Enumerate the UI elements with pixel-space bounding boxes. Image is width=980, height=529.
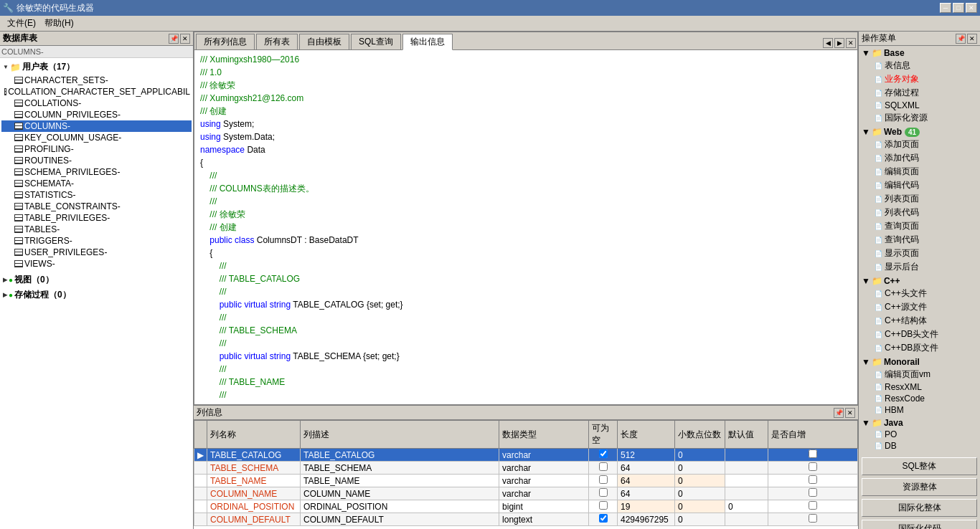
col-autoincrement[interactable]: [768, 475, 858, 487]
table-row[interactable]: COLUMN_NAMECOLUMN_NAMEvarchar640: [194, 487, 858, 500]
bottom-panel-pin[interactable]: 📌: [834, 408, 844, 418]
col-autoincrement[interactable]: [768, 513, 858, 526]
task-leaf-1-7[interactable]: 📄查询代码: [860, 233, 979, 247]
action-btn-2[interactable]: 国际化整体: [862, 499, 977, 517]
col-nullable[interactable]: [589, 475, 618, 487]
menu-file[interactable]: 文件(E): [3, 16, 40, 31]
tab-ctrl-right[interactable]: ▶: [834, 38, 844, 48]
action-btn-3[interactable]: 国际化代码: [862, 520, 977, 529]
autoincrement-checkbox[interactable]: [809, 501, 817, 510]
col-nullable[interactable]: [589, 487, 618, 500]
table-row[interactable]: COLUMN_DEFAULTCOLUMN_DEFAULTlongtext4294…: [194, 513, 858, 526]
task-leaf-2-1[interactable]: 📄C++源文件: [860, 300, 979, 314]
task-group-header-0[interactable]: ▼📁Base: [860, 47, 979, 59]
task-group-header-4[interactable]: ▼📁Java: [860, 417, 979, 429]
bottom-panel-close[interactable]: ✕: [845, 408, 855, 418]
task-leaf-3-1[interactable]: 📄ResxXML: [860, 381, 979, 393]
menu-help[interactable]: 帮助(H): [40, 16, 78, 31]
code-editor[interactable]: /// Xumingxsh1980—2016/// 1.0/// 徐敏荣/// …: [194, 50, 857, 404]
task-group-header-1[interactable]: ▼📁Web41: [860, 126, 979, 138]
tab-0[interactable]: 所有列信息: [196, 34, 255, 49]
minimize-button[interactable]: ─: [940, 3, 951, 13]
task-leaf-0-3[interactable]: 📄SQLXML: [860, 100, 979, 111]
action-btn-1[interactable]: 资源整体: [862, 478, 977, 496]
right-panel-close[interactable]: ✕: [967, 34, 977, 44]
autoincrement-checkbox[interactable]: [809, 449, 817, 458]
tree-item-13[interactable]: TABLES-: [1, 224, 192, 235]
task-leaf-3-3[interactable]: 📄HBM: [860, 404, 979, 416]
close-button[interactable]: ✕: [966, 3, 977, 13]
tree-item-0[interactable]: CHARACTER_SETS-: [1, 75, 192, 86]
task-leaf-1-9[interactable]: 📄显示后台: [860, 260, 979, 274]
tree-procedures[interactable]: ▶ ● 存储过程（0）: [1, 287, 192, 302]
left-panel-close[interactable]: ✕: [180, 34, 190, 44]
tab-2[interactable]: 自由模板: [299, 34, 349, 49]
col-nullable[interactable]: [589, 449, 618, 462]
task-leaf-2-4[interactable]: 📄C++DB原文件: [860, 341, 979, 355]
task-group-header-3[interactable]: ▼📁Monorail: [860, 356, 979, 368]
task-leaf-1-4[interactable]: 📄列表页面: [860, 192, 979, 206]
tree-root-users[interactable]: ▼ 📁 用户表（17）: [1, 59, 192, 75]
autoincrement-checkbox[interactable]: [809, 462, 817, 471]
tree-views[interactable]: ▶ ● 视图（0）: [1, 272, 192, 287]
task-leaf-1-0[interactable]: 📄添加页面: [860, 138, 979, 151]
col-autoincrement[interactable]: [768, 500, 858, 513]
task-leaf-1-1[interactable]: 📄添加代码: [860, 151, 979, 165]
tree-item-5[interactable]: KEY_COLUMN_USAGE-: [1, 132, 192, 143]
tree-item-11[interactable]: TABLE_CONSTRAINTS-: [1, 201, 192, 212]
autoincrement-checkbox[interactable]: [809, 488, 817, 497]
tree-item-2[interactable]: COLLATIONS-: [1, 97, 192, 109]
task-leaf-1-6[interactable]: 📄查询页面: [860, 219, 979, 233]
tree-item-3[interactable]: COLUMN_PRIVILEGES-: [1, 109, 192, 120]
task-leaf-1-8[interactable]: 📄显示页面: [860, 247, 979, 260]
left-panel-pin[interactable]: 📌: [169, 34, 179, 44]
col-nullable[interactable]: [589, 513, 618, 526]
task-leaf-2-0[interactable]: 📄C++头文件: [860, 287, 979, 300]
task-leaf-2-3[interactable]: 📄C++DB头文件: [860, 328, 979, 341]
maximize-button[interactable]: □: [953, 3, 964, 13]
task-leaf-0-2[interactable]: 📄存储过程: [860, 86, 979, 100]
tree-item-16[interactable]: VIEWS-: [1, 258, 192, 270]
nullable-checkbox[interactable]: [599, 514, 608, 523]
col-nullable[interactable]: [589, 462, 618, 475]
task-leaf-4-1[interactable]: 📄DB: [860, 440, 979, 452]
task-leaf-2-2[interactable]: 📄C++结构体: [860, 314, 979, 328]
tab-ctrl-left[interactable]: ◀: [823, 38, 833, 48]
col-nullable[interactable]: [589, 500, 618, 513]
nullable-checkbox[interactable]: [599, 488, 608, 497]
tree-item-12[interactable]: TABLE_PRIVILEGES-: [1, 212, 192, 224]
tree-item-6[interactable]: PROFILING-: [1, 143, 192, 155]
col-autoincrement[interactable]: [768, 449, 858, 462]
col-autoincrement[interactable]: [768, 462, 858, 475]
task-leaf-0-0[interactable]: 📄表信息: [860, 59, 979, 72]
tree-item-10[interactable]: STATISTICS-: [1, 189, 192, 201]
table-row[interactable]: ORDINAL_POSITIONORDINAL_POSITIONbigint19…: [194, 500, 858, 513]
tree-item-1[interactable]: COLLATION_CHARACTER_SET_APPLICABIL: [1, 86, 192, 97]
tree-item-7[interactable]: ROUTINES-: [1, 155, 192, 166]
tree-item-14[interactable]: TRIGGERS-: [1, 235, 192, 247]
task-leaf-1-5[interactable]: 📄列表代码: [860, 206, 979, 219]
task-leaf-0-1[interactable]: 📄业务对象: [860, 72, 979, 86]
task-leaf-1-2[interactable]: 📄编辑页面: [860, 165, 979, 178]
table-row[interactable]: TABLE_NAMETABLE_NAMEvarchar640: [194, 475, 858, 487]
tab-4[interactable]: 输出信息: [402, 34, 453, 50]
action-btn-0[interactable]: SQL整体: [862, 457, 977, 475]
task-leaf-0-4[interactable]: 📄国际化资源: [860, 111, 979, 125]
autoincrement-checkbox[interactable]: [809, 514, 817, 523]
nullable-checkbox[interactable]: [599, 501, 608, 510]
nullable-checkbox[interactable]: [599, 449, 608, 458]
table-row[interactable]: TABLE_SCHEMATABLE_SCHEMAvarchar640: [194, 462, 858, 475]
tree-item-4[interactable]: COLUMNS-: [1, 120, 192, 132]
tab-1[interactable]: 所有表: [256, 34, 298, 49]
task-leaf-3-0[interactable]: 📄编辑页面vm: [860, 368, 979, 381]
nullable-checkbox[interactable]: [599, 475, 608, 484]
tab-3[interactable]: SQL查询: [351, 34, 401, 49]
tab-ctrl-close[interactable]: ✕: [846, 38, 856, 48]
tree-item-8[interactable]: SCHEMA_PRIVILEGES-: [1, 166, 192, 178]
autoincrement-checkbox[interactable]: [809, 475, 817, 484]
task-leaf-3-2[interactable]: 📄ResxCode: [860, 393, 979, 404]
task-group-header-2[interactable]: ▼📁C++: [860, 275, 979, 287]
nullable-checkbox[interactable]: [599, 462, 608, 471]
right-panel-pin[interactable]: 📌: [956, 34, 966, 44]
table-row[interactable]: ▶TABLE_CATALOGTABLE_CATALOGvarchar5120: [194, 449, 858, 462]
